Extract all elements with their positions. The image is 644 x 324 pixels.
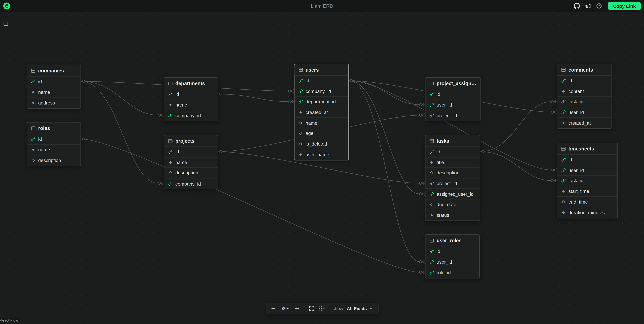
table-row[interactable]: name: [27, 87, 80, 98]
relationship-edge[interactable]: [349, 79, 425, 263]
table-row[interactable]: task_id: [557, 176, 617, 186]
table-row[interactable]: user_id: [557, 165, 617, 176]
table-row[interactable]: project_id: [426, 110, 480, 121]
table-row[interactable]: end_time: [557, 197, 617, 207]
table-row[interactable]: is_deleted: [294, 139, 348, 149]
table-row[interactable]: id: [426, 89, 480, 100]
relationship-edge[interactable]: [480, 100, 556, 153]
table-header[interactable]: tasks: [426, 135, 480, 147]
fit-view-icon: [308, 306, 314, 311]
table-row[interactable]: name: [164, 157, 218, 168]
table-row[interactable]: department_id: [294, 97, 348, 107]
column-name: id: [38, 79, 42, 84]
table-row[interactable]: description: [164, 168, 218, 179]
table-header[interactable]: companies: [27, 65, 80, 77]
zoom-in-button[interactable]: [293, 305, 300, 312]
table-node[interactable]: projects idnamedescriptioncompany_id: [164, 135, 218, 189]
table-header[interactable]: user_roles: [426, 235, 479, 246]
panel-left-icon: [3, 21, 9, 27]
table-row[interactable]: user_name: [294, 149, 348, 160]
table-node[interactable]: user_roles iduser_idrole_id: [425, 234, 480, 278]
table-node[interactable]: companies idnameaddress: [27, 65, 81, 109]
table-row[interactable]: due_date: [426, 200, 480, 210]
table-rows: idnameaddress: [27, 77, 80, 108]
table-row[interactable]: content: [557, 86, 611, 97]
github-button[interactable]: [574, 3, 580, 9]
table-row[interactable]: company_id: [294, 86, 348, 97]
relationship-edge[interactable]: [349, 79, 425, 195]
page-title: Liam ERD: [311, 3, 333, 9]
table-row[interactable]: task_id: [557, 97, 611, 107]
column-name: description: [38, 158, 61, 163]
table-row[interactable]: assigned_user_id: [426, 189, 480, 200]
table-row[interactable]: description: [426, 168, 480, 179]
table-row[interactable]: name: [294, 118, 348, 128]
table-header[interactable]: projects: [164, 135, 218, 147]
link-icon: [429, 191, 434, 197]
table-row[interactable]: company_id: [164, 179, 218, 189]
key-icon: [429, 92, 434, 97]
link-icon: [429, 181, 434, 186]
table-row[interactable]: id: [294, 76, 348, 86]
release-notes-button[interactable]: [584, 3, 591, 9]
table-row[interactable]: created_at: [294, 107, 348, 118]
table-row[interactable]: description: [27, 155, 80, 166]
table-node[interactable]: comments idcontenttask_iduser_idcreated_…: [557, 64, 612, 129]
table-row[interactable]: id: [27, 77, 80, 87]
table-header[interactable]: timesheets: [557, 143, 617, 155]
relationship-edge[interactable]: [480, 150, 556, 182]
table-row[interactable]: id: [164, 147, 218, 157]
table-node[interactable]: departments idnamecompany_id: [164, 77, 218, 121]
relationship-edge[interactable]: [218, 93, 294, 103]
table-row[interactable]: role_id: [426, 267, 479, 278]
diagram-canvas[interactable]: companies idnameaddress roles idnamedesc…: [0, 0, 644, 324]
table-node[interactable]: timesheets iduser_idtask_idstart_timeend…: [557, 143, 618, 218]
table-row[interactable]: user_id: [426, 257, 479, 267]
table-node[interactable]: project_assignments iduser_idproject_id: [425, 77, 480, 121]
table-node[interactable]: tasks idtitledescriptionproject_idassign…: [425, 135, 480, 221]
relationship-edge[interactable]: [349, 79, 425, 106]
table-row[interactable]: address: [27, 98, 80, 108]
table-row[interactable]: title: [426, 157, 480, 168]
diamond-filled-icon: [561, 189, 566, 194]
table-row[interactable]: start_time: [557, 186, 617, 197]
table-row[interactable]: user_id: [426, 100, 480, 110]
react-flow-attribution[interactable]: React Flow: [0, 317, 20, 323]
fit-view-button[interactable]: [308, 305, 315, 312]
table-header[interactable]: project_assignments: [426, 78, 480, 89]
zoom-out-button[interactable]: [270, 305, 276, 312]
relationship-edge[interactable]: [81, 138, 425, 274]
tidy-up-button[interactable]: [318, 305, 325, 312]
sidebar-toggle-button[interactable]: [2, 21, 9, 27]
table-node[interactable]: users idcompany_iddepartment_idcreated_a…: [294, 64, 348, 160]
column-name: name: [175, 160, 187, 165]
table-row[interactable]: id: [426, 147, 480, 157]
table-header[interactable]: comments: [557, 64, 611, 76]
link-icon: [429, 270, 434, 275]
table-row[interactable]: id: [557, 76, 611, 86]
table-row[interactable]: name: [164, 100, 218, 110]
table-row[interactable]: id: [557, 155, 617, 165]
copy-link-button[interactable]: Copy Link: [608, 2, 641, 10]
column-name: user_id: [568, 110, 584, 115]
table-header[interactable]: users: [294, 64, 348, 76]
table-row[interactable]: id: [27, 134, 80, 144]
link-icon: [561, 168, 566, 173]
table-header[interactable]: roles: [27, 123, 80, 134]
table-row[interactable]: age: [294, 128, 348, 139]
table-row[interactable]: duration_minutes: [557, 207, 617, 218]
table-row[interactable]: project_id: [426, 179, 480, 189]
help-button[interactable]: [596, 3, 602, 9]
table-row[interactable]: status: [426, 210, 480, 221]
table-header[interactable]: departments: [164, 78, 218, 89]
table-node[interactable]: roles idnamedescription: [27, 122, 81, 166]
table-row[interactable]: company_id: [164, 110, 218, 121]
table-row[interactable]: id: [426, 246, 479, 257]
table-row[interactable]: name: [27, 145, 80, 155]
table-row[interactable]: id: [164, 89, 218, 100]
table-row[interactable]: created_at: [557, 118, 611, 128]
fields-filter-dropdown[interactable]: All Fields: [346, 306, 374, 311]
relationship-edge[interactable]: [81, 80, 164, 185]
megaphone-icon: [585, 3, 591, 9]
table-row[interactable]: user_id: [557, 107, 611, 118]
